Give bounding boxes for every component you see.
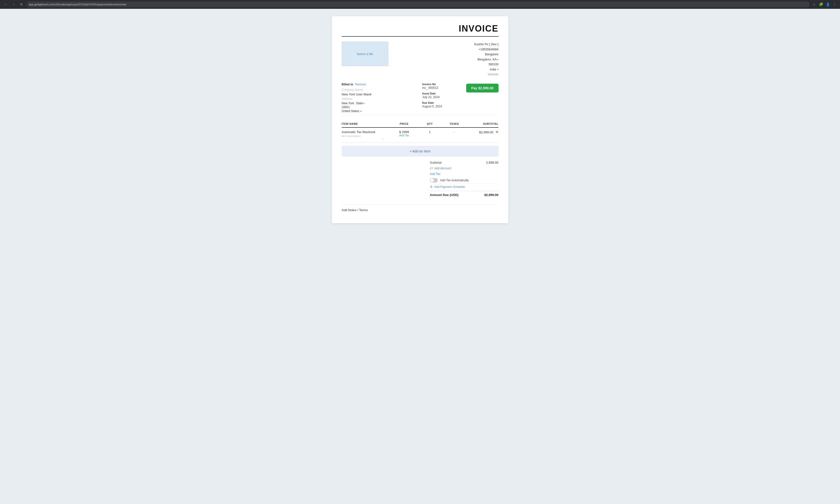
pay-btn-col: Pay $2,999.00 <box>466 83 498 113</box>
col-header-price: PRICE <box>388 122 420 125</box>
browser-chrome: ← → ↻ app.gohighlevel.com/v2/location/gt… <box>0 0 840 9</box>
col-header-subtotal: SUBTOTAL <box>469 122 498 125</box>
billed-to-label: Billed to <box>342 83 353 86</box>
schedule-icon: 🗓 <box>430 185 433 188</box>
extensions-icon[interactable]: 🧩 <box>819 2 823 7</box>
subtotal-col: $2,999.00 ✕ <box>469 130 498 134</box>
business-info: Sushin Pv [ Dev ] +19526844684 Bangalore… <box>474 41 498 77</box>
notes-section: Add Notes / Terms <box>342 204 498 212</box>
add-tax-row: Add Tax <box>430 171 498 177</box>
add-discount-link[interactable]: Add discount <box>434 167 451 170</box>
totals-table: Subtotal 2,999.00 🏷 Add discount Add Tax… <box>430 160 498 199</box>
company-name-placeholder[interactable]: Company Name <box>342 88 417 91</box>
col-header-item-name: ITEM NAME <box>342 122 388 125</box>
business-zip: 560100 <box>474 62 498 67</box>
country-dropdown-chevron: ▾ <box>360 110 362 112</box>
col-header-qty: QTY <box>420 122 440 125</box>
business-phone: +19526844684 <box>474 47 498 52</box>
add-tax-link-item[interactable]: Add Tax <box>388 134 420 137</box>
notes-label[interactable]: Add Notes / Terms <box>342 208 498 212</box>
invoice-no-label: Invoice No <box>422 83 461 86</box>
address-city: New York <box>342 102 354 105</box>
logo-upload-area[interactable]: Select a file <box>342 41 388 66</box>
invoice-no-value: inv_ 000013 <box>422 86 461 90</box>
state-dropdown-chevron: ▾ <box>363 102 364 105</box>
business-website[interactable]: Website <box>474 72 498 77</box>
amount-due-row: Amount Due (USD) $2,999.00 <box>430 191 498 199</box>
col-header-taxes: TAXES <box>440 122 469 125</box>
menu-icon[interactable]: ⋮ <box>832 2 837 7</box>
issue-date-label: Issue Date <box>422 92 461 95</box>
url-bar[interactable]: app.gohighlevel.com/v2/location/gtJnuybJ… <box>27 1 810 7</box>
qty-col[interactable]: 1 <box>420 130 440 134</box>
amount-due-label: Amount Due (USD) <box>430 193 459 197</box>
client-name: New York User Manit <box>342 92 417 96</box>
logo-placeholder-text: Select a file <box>357 52 373 56</box>
price-col: $ 2999 Add Tax <box>388 130 420 137</box>
tax-toggle-row: Add Tax Automatically <box>430 177 498 184</box>
profile-icon[interactable]: 👤 <box>825 2 830 7</box>
browser-actions: ☆ 🧩 👤 ⋮ <box>811 2 837 7</box>
totals-section: Subtotal 2,999.00 🏷 Add discount Add Tax… <box>342 160 498 199</box>
auto-tax-label: Add Tax Automatically <box>440 179 469 182</box>
billing-section: Billed to Remove Company Name New York U… <box>342 83 498 115</box>
payment-schedule-link[interactable]: Add Payment Schedule <box>434 185 465 188</box>
add-item-button[interactable]: + Add an item <box>342 146 498 157</box>
billed-to-header: Billed to Remove <box>342 83 417 86</box>
discount-row: 🏷 Add discount <box>430 166 498 171</box>
state-chevron-icon: ▾ <box>497 57 498 62</box>
zip-code: 10001 <box>342 105 417 109</box>
due-date-label: Due Date <box>422 101 461 104</box>
reload-button[interactable]: ↻ <box>19 1 24 7</box>
address-row: New York State ▾ <box>342 102 417 105</box>
billed-to-col: Billed to Remove Company Name New York U… <box>342 83 417 113</box>
page-wrapper: INVOICE Select a file Sushin Pv [ Dev ] … <box>0 9 840 235</box>
table-row: Automatic Tax Macbook Item description ⤡… <box>342 128 498 143</box>
business-country: India <box>490 67 496 72</box>
remove-item-button[interactable]: ✕ <box>495 130 498 134</box>
top-section: Select a file Sushin Pv [ Dev ] +1952684… <box>342 41 498 77</box>
invoice-meta-col: Invoice No inv_ 000013 Issue Date July 2… <box>422 83 461 113</box>
subtotal-value-total: 2,999.00 <box>486 161 498 164</box>
back-button[interactable]: ← <box>3 1 9 7</box>
discount-icon: 🏷 <box>430 167 433 170</box>
invoice-header: INVOICE <box>342 23 498 37</box>
state-text: State <box>356 102 363 105</box>
invoice-title: INVOICE <box>459 23 498 34</box>
business-region-city: Bengaluru, <box>477 57 492 62</box>
business-region-row: Bengaluru, KA ▾ <box>474 57 498 62</box>
bookmark-icon[interactable]: ☆ <box>811 2 817 7</box>
country-text: United States <box>342 109 359 113</box>
price-value[interactable]: $ 2999 <box>388 130 420 134</box>
amount-due-value: $2,999.00 <box>484 193 498 197</box>
add-tax-section-link[interactable]: Add Tax <box>430 172 441 176</box>
address-placeholder[interactable]: Address <box>342 97 417 101</box>
country-row[interactable]: United States ▾ <box>342 109 417 113</box>
business-name: Sushin Pv [ Dev ] <box>474 41 498 47</box>
invoice-card: INVOICE Select a file Sushin Pv [ Dev ] … <box>332 16 508 223</box>
remove-link[interactable]: Remove <box>355 83 366 86</box>
business-country-row[interactable]: India ▾ <box>474 67 498 72</box>
add-item-label: + Add an item <box>409 149 430 153</box>
pay-button[interactable]: Pay $2,999.00 <box>466 84 498 92</box>
items-table: ITEM NAME PRICE QTY TAXES SUBTOTAL Autom… <box>342 120 498 143</box>
subtotal-row: Subtotal 2,999.00 <box>430 160 498 166</box>
due-date-value[interactable]: August 5, 2024 <box>422 105 461 108</box>
forward-button[interactable]: → <box>11 1 17 7</box>
business-city: Bangalore <box>474 52 498 57</box>
payment-schedule-row: 🗓 Add Payment Schedule <box>430 184 498 190</box>
issue-date-value[interactable]: July 22, 2024 <box>422 95 461 99</box>
resize-handle[interactable]: ⤡ <box>342 138 388 140</box>
item-name[interactable]: Automatic Tax Macbook <box>342 130 388 134</box>
table-header: ITEM NAME PRICE QTY TAXES SUBTOTAL <box>342 120 498 128</box>
taxes-col: - <box>440 130 469 134</box>
state-dropdown[interactable]: State ▾ <box>356 102 364 105</box>
subtotal-label: Subtotal <box>430 161 442 164</box>
subtotal-value: $2,999.00 <box>479 130 493 134</box>
auto-tax-toggle[interactable] <box>430 178 438 182</box>
country-chevron-icon: ▾ <box>497 67 498 71</box>
item-name-col: Automatic Tax Macbook Item description ⤡ <box>342 130 388 140</box>
business-region-state[interactable]: KA ▾ <box>493 57 498 62</box>
item-description[interactable]: Item description <box>342 134 388 138</box>
